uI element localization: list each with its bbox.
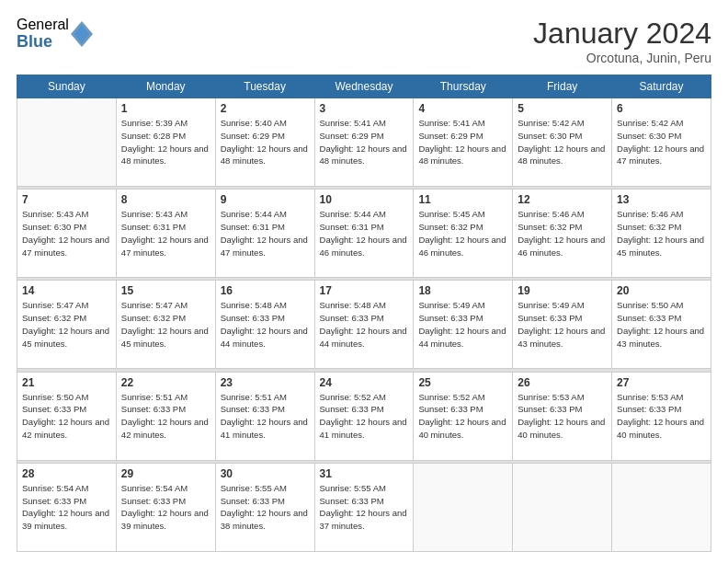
logo-text: General Blue [17,17,69,51]
day-info: Sunrise: 5:45 AMSunset: 6:32 PMDaylight:… [418,209,506,257]
day-info: Sunrise: 5:54 AMSunset: 6:33 PMDaylight:… [22,483,109,531]
page: General Blue January 2024 Orcotuna, Juni… [0,0,728,563]
day-number: 3 [320,102,409,115]
day-number: 8 [121,193,210,206]
day-info: Sunrise: 5:41 AMSunset: 6:29 PMDaylight:… [320,118,407,166]
table-row [414,463,513,551]
day-number: 12 [518,193,607,206]
day-number: 27 [617,376,706,389]
day-info: Sunrise: 5:47 AMSunset: 6:32 PMDaylight:… [22,300,109,348]
day-number: 21 [22,376,111,389]
table-row: 5 Sunrise: 5:42 AMSunset: 6:30 PMDayligh… [513,98,612,187]
day-info: Sunrise: 5:50 AMSunset: 6:33 PMDaylight:… [617,300,704,348]
header-friday: Friday [513,75,612,98]
table-row: 9 Sunrise: 5:44 AMSunset: 6:31 PMDayligh… [215,190,314,278]
day-number: 15 [121,284,210,297]
table-row: 10 Sunrise: 5:44 AMSunset: 6:31 PMDaylig… [314,190,414,278]
day-info: Sunrise: 5:52 AMSunset: 6:33 PMDaylight:… [418,392,506,440]
header-sunday: Sunday [17,75,117,98]
header-tuesday: Tuesday [215,75,314,98]
table-row [612,463,711,551]
day-info: Sunrise: 5:55 AMSunset: 6:33 PMDaylight:… [320,483,407,531]
month-title: January 2024 [533,17,711,51]
table-row: 6 Sunrise: 5:42 AMSunset: 6:30 PMDayligh… [612,98,711,187]
table-row: 1 Sunrise: 5:39 AMSunset: 6:28 PMDayligh… [116,98,215,187]
table-row: 29 Sunrise: 5:54 AMSunset: 6:33 PMDaylig… [116,463,215,551]
table-row [513,463,612,551]
day-number: 14 [22,284,111,297]
day-number: 10 [320,193,409,206]
day-number: 9 [221,193,310,206]
day-number: 16 [221,284,310,297]
day-number: 18 [418,284,507,297]
title-block: January 2024 Orcotuna, Junin, Peru [533,17,711,65]
day-info: Sunrise: 5:39 AMSunset: 6:28 PMDaylight:… [121,118,209,166]
day-info: Sunrise: 5:52 AMSunset: 6:33 PMDaylight:… [320,392,407,440]
table-row: 22 Sunrise: 5:51 AMSunset: 6:33 PMDaylig… [116,372,215,460]
day-info: Sunrise: 5:43 AMSunset: 6:31 PMDaylight:… [121,209,209,257]
day-info: Sunrise: 5:42 AMSunset: 6:30 PMDaylight:… [518,118,605,166]
day-info: Sunrise: 5:46 AMSunset: 6:32 PMDaylight:… [518,209,605,257]
day-number: 26 [518,376,607,389]
table-row: 28 Sunrise: 5:54 AMSunset: 6:33 PMDaylig… [17,463,117,551]
day-number: 28 [22,467,111,480]
calendar-table: Sunday Monday Tuesday Wednesday Thursday… [17,75,711,552]
table-row: 31 Sunrise: 5:55 AMSunset: 6:33 PMDaylig… [314,463,414,551]
table-row: 20 Sunrise: 5:50 AMSunset: 6:33 PMDaylig… [612,281,711,369]
day-info: Sunrise: 5:41 AMSunset: 6:29 PMDaylight:… [418,118,506,166]
day-info: Sunrise: 5:44 AMSunset: 6:31 PMDaylight:… [320,209,407,257]
day-number: 17 [320,284,409,297]
header-wednesday: Wednesday [314,75,414,98]
logo-general: General [17,17,69,33]
table-row: 3 Sunrise: 5:41 AMSunset: 6:29 PMDayligh… [314,98,414,187]
table-row: 30 Sunrise: 5:55 AMSunset: 6:33 PMDaylig… [215,463,314,551]
table-row: 12 Sunrise: 5:46 AMSunset: 6:32 PMDaylig… [513,190,612,278]
table-row: 17 Sunrise: 5:48 AMSunset: 6:33 PMDaylig… [314,281,414,369]
table-row: 18 Sunrise: 5:49 AMSunset: 6:33 PMDaylig… [414,281,513,369]
table-row: 2 Sunrise: 5:40 AMSunset: 6:29 PMDayligh… [215,98,314,187]
day-number: 22 [121,376,210,389]
day-info: Sunrise: 5:44 AMSunset: 6:31 PMDaylight:… [221,209,308,257]
day-number: 31 [320,467,409,480]
table-row: 27 Sunrise: 5:53 AMSunset: 6:33 PMDaylig… [612,372,711,460]
table-row: 4 Sunrise: 5:41 AMSunset: 6:29 PMDayligh… [414,98,513,187]
day-number: 7 [22,193,111,206]
day-number: 25 [418,376,507,389]
logo-blue: Blue [17,33,69,52]
header: General Blue January 2024 Orcotuna, Juni… [17,17,711,65]
table-row: 16 Sunrise: 5:48 AMSunset: 6:33 PMDaylig… [215,281,314,369]
table-row: 24 Sunrise: 5:52 AMSunset: 6:33 PMDaylig… [314,372,414,460]
day-number: 24 [320,376,409,389]
header-monday: Monday [116,75,215,98]
table-row: 15 Sunrise: 5:47 AMSunset: 6:32 PMDaylig… [116,281,215,369]
day-info: Sunrise: 5:46 AMSunset: 6:32 PMDaylight:… [617,209,704,257]
day-info: Sunrise: 5:54 AMSunset: 6:33 PMDaylight:… [121,483,209,531]
day-number: 13 [617,193,706,206]
day-number: 11 [418,193,507,206]
day-info: Sunrise: 5:43 AMSunset: 6:30 PMDaylight:… [22,209,109,257]
location-subtitle: Orcotuna, Junin, Peru [533,51,711,65]
day-number: 29 [121,467,210,480]
table-row: 26 Sunrise: 5:53 AMSunset: 6:33 PMDaylig… [513,372,612,460]
day-info: Sunrise: 5:51 AMSunset: 6:33 PMDaylight:… [221,392,308,440]
day-info: Sunrise: 5:51 AMSunset: 6:33 PMDaylight:… [121,392,209,440]
logo-icon [71,21,93,47]
day-info: Sunrise: 5:50 AMSunset: 6:33 PMDaylight:… [22,392,109,440]
day-info: Sunrise: 5:53 AMSunset: 6:33 PMDaylight:… [617,392,704,440]
day-number: 5 [518,102,607,115]
day-number: 1 [121,102,210,115]
header-thursday: Thursday [414,75,513,98]
day-number: 19 [518,284,607,297]
table-row: 23 Sunrise: 5:51 AMSunset: 6:33 PMDaylig… [215,372,314,460]
day-info: Sunrise: 5:48 AMSunset: 6:33 PMDaylight:… [221,300,308,348]
day-info: Sunrise: 5:53 AMSunset: 6:33 PMDaylight:… [518,392,605,440]
table-row: 19 Sunrise: 5:49 AMSunset: 6:33 PMDaylig… [513,281,612,369]
day-info: Sunrise: 5:55 AMSunset: 6:33 PMDaylight:… [221,483,308,531]
table-row: 25 Sunrise: 5:52 AMSunset: 6:33 PMDaylig… [414,372,513,460]
day-number: 4 [418,102,507,115]
table-row [17,98,117,187]
day-number: 20 [617,284,706,297]
calendar-header-row: Sunday Monday Tuesday Wednesday Thursday… [17,75,711,98]
table-row: 21 Sunrise: 5:50 AMSunset: 6:33 PMDaylig… [17,372,117,460]
day-info: Sunrise: 5:48 AMSunset: 6:33 PMDaylight:… [320,300,407,348]
